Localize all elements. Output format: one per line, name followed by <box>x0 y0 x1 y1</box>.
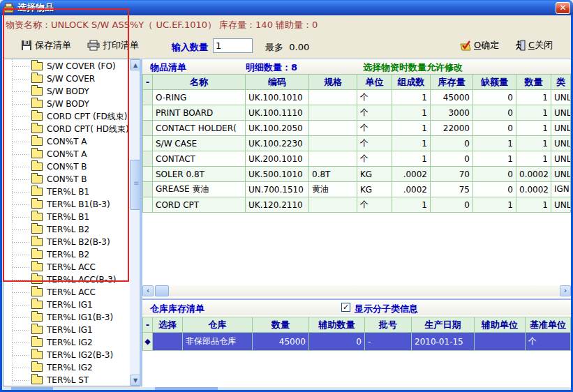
title-bar[interactable]: 选择物品 ✕ <box>0 0 573 15</box>
column-header[interactable]: - <box>143 75 153 90</box>
tree-horizontal-scrollbar[interactable] <box>3 387 141 390</box>
tree-item[interactable]: CON%T A <box>3 148 130 160</box>
tree-item[interactable]: TER%L B1 <box>3 211 130 223</box>
tree-item[interactable]: S/W BODY <box>3 98 130 110</box>
close-button[interactable]: C关闭 <box>515 38 553 53</box>
tree-item[interactable]: TER%L ACC <box>3 286 130 299</box>
cell-aux-unit <box>475 333 526 351</box>
item-row[interactable]: CONTACT UK.200.1010 个 1 0 1 1 UNLO <box>143 151 571 167</box>
close-window-button[interactable]: ✕ <box>556 2 570 14</box>
tree-item-label: S/W COVER <box>47 74 95 84</box>
tree-item[interactable]: TER%L ST <box>3 374 130 386</box>
confirm-button[interactable]: O确定 <box>459 38 499 53</box>
tree-hscroll-thumb[interactable] <box>11 387 53 390</box>
cell-qty[interactable]: 1 <box>516 197 551 213</box>
tree-item[interactable]: TER%L ACC(B-3) <box>3 273 130 286</box>
folder-icon <box>31 363 43 372</box>
cell-qty[interactable]: 0.0002 <box>516 182 551 197</box>
cell-select[interactable] <box>153 333 183 351</box>
quantity-input[interactable] <box>213 38 253 53</box>
tree-item[interactable]: CORD CPT (FD线束) <box>3 110 130 123</box>
tree-stub-line <box>12 355 29 356</box>
tree-item[interactable]: TER%L ACC <box>3 261 130 273</box>
tree-item[interactable]: CON%T B <box>3 160 130 173</box>
column-header[interactable]: 仓库 <box>183 317 253 333</box>
cell-qty[interactable]: 1 <box>516 151 551 167</box>
column-header[interactable]: 类 <box>551 75 571 90</box>
warehouse-row-selected[interactable]: ◆ 非保部品仓库 45000 0 - 2010-01-15 个 <box>143 333 571 351</box>
item-row[interactable]: O-RING UK.100.1010 个 1 45000 0 1 UNLO <box>143 90 571 105</box>
item-row[interactable]: PRINT BOARD UK.100.1110 个 1 3000 0 1 UNL… <box>143 105 571 121</box>
tree-item[interactable]: TER%L B1(B-3) <box>3 198 130 211</box>
print-list-button[interactable]: 打印清单 <box>87 38 139 53</box>
column-header[interactable]: - <box>143 317 153 333</box>
cell-qty[interactable]: 1 <box>516 105 551 121</box>
tree-item[interactable]: TER%L IG1 <box>3 324 130 336</box>
folder-icon <box>31 137 43 146</box>
tree-stub-line <box>12 305 29 306</box>
confirm-label: O确定 <box>474 39 499 52</box>
column-header[interactable]: 选择 <box>153 317 183 333</box>
show-subclass-checkbox[interactable]: ✓ <box>341 303 350 312</box>
tree-stub-line <box>12 79 29 80</box>
scroll-left-icon[interactable]: ‹ <box>142 285 154 296</box>
column-header[interactable]: 组成数 <box>392 75 431 90</box>
cell-stock: 0 <box>431 197 473 213</box>
column-header[interactable]: 辅助数量 <box>309 317 365 333</box>
item-row[interactable]: GREASE 黄油 UN.700.1510 黄油 KG .0002 75 0 0… <box>143 182 571 197</box>
column-header[interactable]: 生产日期 <box>412 317 475 333</box>
column-header[interactable]: 辅助单位 <box>475 317 526 333</box>
item-row[interactable]: CONTACT HOLDER( UK.100.2050 个 1 22000 0 … <box>143 121 571 136</box>
column-header[interactable]: 基准单位 <box>526 317 571 333</box>
item-row[interactable]: SOLER 0.8T UK.500.1010 0.8T KG .0002 70 … <box>143 167 571 182</box>
column-header[interactable]: 数量 <box>253 317 309 333</box>
cell-stock: 45000 <box>431 90 473 105</box>
tree-item[interactable]: S/W BODY <box>3 85 130 98</box>
tree-item-label: TER%L IG1 <box>47 325 93 335</box>
tree-item[interactable]: CON%T B <box>3 173 130 186</box>
cell-comp: 1 <box>392 151 431 167</box>
cell-qty[interactable]: 1 <box>516 121 551 136</box>
column-header[interactable]: 单位 <box>357 75 392 90</box>
tree-item[interactable]: CORD CPT( HD线束) <box>3 123 130 135</box>
tree-item[interactable]: S/W COVER <box>3 73 130 85</box>
item-row[interactable]: S/W CASE UK.100.2230 个 1 0 1 1 UNLO <box>143 136 571 151</box>
tree-item[interactable]: TER%L B2(B-3) <box>3 236 130 248</box>
column-header[interactable]: 缺额量 <box>473 75 516 90</box>
tree-item[interactable]: TER%L IG2(B-3) <box>3 349 130 361</box>
tree-item[interactable]: TER%L B2 <box>3 248 130 261</box>
scroll-right-icon[interactable]: › <box>560 285 571 296</box>
tree-item[interactable]: S/W COVER (FO) <box>3 60 130 73</box>
check-icon <box>459 40 471 51</box>
quantity-label: 输入数量 <box>172 41 208 54</box>
tree-stub-line <box>12 129 29 130</box>
hscroll-thumb[interactable] <box>155 285 169 296</box>
tree-item[interactable]: TER%L IG2 <box>3 336 130 349</box>
cell-qty[interactable]: 0.0002 <box>516 167 551 182</box>
column-header[interactable]: 批号 <box>365 317 412 333</box>
tree-item[interactable]: TER%L IG2 <box>3 361 130 374</box>
column-header[interactable]: 数量 <box>516 75 551 90</box>
warehouse-hscroll-thumb[interactable] <box>155 387 218 390</box>
cell-qty[interactable]: 1 <box>516 136 551 151</box>
tree-stub-line <box>12 330 29 331</box>
items-horizontal-scrollbar[interactable]: ‹ › <box>142 285 571 296</box>
tree-item[interactable]: TER%L B1 <box>3 186 130 198</box>
column-header[interactable]: 规格 <box>309 75 357 90</box>
cell-name: CORD CPT <box>153 197 246 213</box>
tree-item[interactable]: TER%L IG1(B-3) <box>3 311 130 324</box>
tree-item[interactable]: TER%L B2 <box>3 223 130 236</box>
save-list-button[interactable]: 保存清单 <box>21 38 71 53</box>
row-indicator-cell <box>143 105 153 121</box>
column-header[interactable]: 编码 <box>246 75 309 90</box>
warehouse-horizontal-scrollbar[interactable] <box>142 387 571 390</box>
tree-item[interactable]: TER%L IG1 <box>3 299 130 311</box>
warehouse-table-area: -选择仓库数量辅助数量批号生产日期辅助单位基准单位 ◆ 非保部品仓库 45000… <box>142 317 571 387</box>
column-header[interactable]: 库存量 <box>431 75 473 90</box>
tree-item[interactable]: CON%T A <box>3 135 130 148</box>
column-header[interactable]: 名称 <box>153 75 246 90</box>
cell-code: UK.120.2110 <box>246 197 309 213</box>
cell-comp: .0002 <box>392 167 431 182</box>
item-row[interactable]: CORD CPT UK.120.2110 个 1 0 1 1 UNLO <box>143 197 571 213</box>
cell-qty[interactable]: 1 <box>516 90 551 105</box>
